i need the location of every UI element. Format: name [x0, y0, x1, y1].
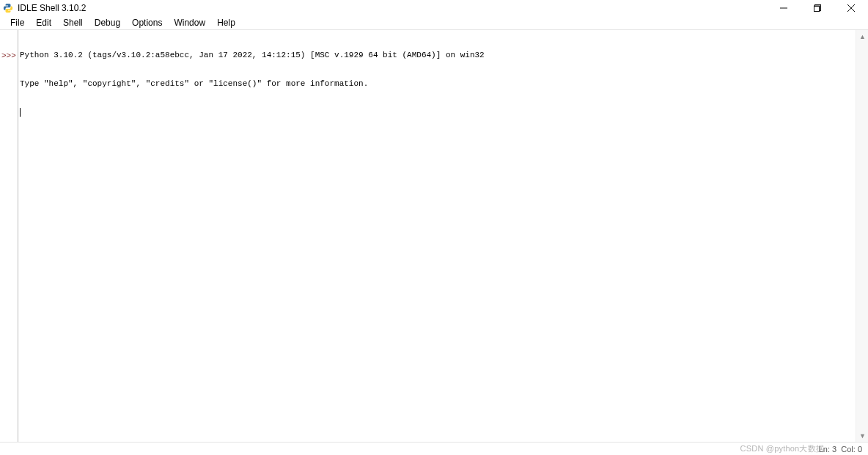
menu-help[interactable]: Help: [211, 16, 241, 29]
menu-file[interactable]: File: [4, 16, 30, 29]
minimize-button[interactable]: [767, 0, 801, 16]
maximize-button[interactable]: [801, 0, 834, 16]
banner-line-2: Type "help", "copyright", "credits" or "…: [20, 79, 855, 89]
titlebar: IDLE Shell 3.10.2: [0, 0, 868, 16]
shell-area: >>> Python 3.10.2 (tags/v3.10.2:a58ebcc,…: [0, 29, 868, 442]
scroll-up-arrow[interactable]: ▲: [856, 30, 868, 43]
menu-window[interactable]: Window: [168, 16, 211, 29]
input-line[interactable]: [20, 108, 855, 117]
watermark-text: CSDN @python大数据: [740, 443, 824, 454]
statusbar: CSDN @python大数据 Ln: 3 Col: 0: [0, 442, 868, 455]
close-button[interactable]: [834, 0, 868, 16]
scroll-down-arrow[interactable]: ▼: [856, 429, 868, 442]
line-col-indicator: Ln: 3 Col: 0: [819, 445, 862, 454]
vertical-scrollbar[interactable]: ▲ ▼: [856, 30, 868, 442]
banner-line-1: Python 3.10.2 (tags/v3.10.2:a58ebcc, Jan…: [20, 51, 855, 60]
menubar: File Edit Shell Debug Options Window Hel…: [0, 16, 868, 29]
shell-text-area[interactable]: Python 3.10.2 (tags/v3.10.2:a58ebcc, Jan…: [20, 32, 855, 442]
menu-debug[interactable]: Debug: [89, 16, 126, 29]
svg-rect-2: [814, 6, 820, 12]
ln-value: 3: [832, 445, 836, 454]
menu-shell[interactable]: Shell: [57, 16, 89, 29]
col-value: 0: [858, 445, 862, 454]
window-title: IDLE Shell 3.10.2: [18, 3, 86, 13]
prompt-gutter: >>>: [0, 30, 18, 442]
gutter-divider: [18, 30, 18, 442]
menu-edit[interactable]: Edit: [30, 16, 57, 29]
menu-options[interactable]: Options: [126, 16, 168, 29]
col-label: Col:: [841, 445, 856, 454]
text-cursor: [20, 108, 21, 117]
python-app-icon: [3, 3, 13, 13]
shell-prompt: >>>: [1, 51, 16, 61]
